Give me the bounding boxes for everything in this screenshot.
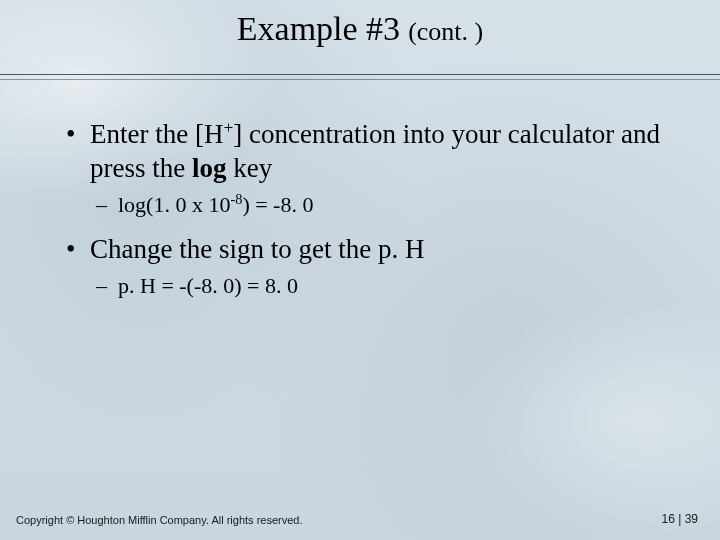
bullet-1-superscript: + — [223, 117, 233, 137]
subbullet-2: p. H = -(-8. 0) = 8. 0 — [62, 271, 680, 301]
subbullet-1: log(1. 0 x 10-8) = -8. 0 — [62, 190, 680, 220]
slide-title: Example #3 (cont. ) — [0, 10, 720, 48]
subbullet-1-superscript: -8 — [230, 190, 242, 206]
footer-copyright: Copyright © Houghton Mifflin Company. Al… — [16, 514, 303, 526]
slide: Example #3 (cont. ) Enter the [H+] conce… — [0, 0, 720, 540]
subbullet-1-post: ) = -8. 0 — [242, 192, 313, 217]
bullet-1-text-pre: Enter the [H — [90, 119, 223, 149]
content-area: Enter the [H+] concentration into your c… — [62, 118, 680, 315]
bullet-2: Change the sign to get the p. H — [62, 233, 680, 267]
subbullet-2-text: p. H = -(-8. 0) = 8. 0 — [118, 273, 298, 298]
title-divider — [0, 74, 720, 84]
bullet-1-text-post: key — [227, 153, 273, 183]
title-sub: (cont. ) — [408, 17, 483, 46]
subbullet-1-pre: log(1. 0 x 10 — [118, 192, 230, 217]
title-main: Example #3 — [237, 10, 400, 47]
bullet-2-text: Change the sign to get the p. H — [90, 234, 424, 264]
bullet-1-bold: log — [192, 153, 227, 183]
page-number: 16 | 39 — [662, 512, 698, 526]
bullet-1: Enter the [H+] concentration into your c… — [62, 118, 680, 186]
